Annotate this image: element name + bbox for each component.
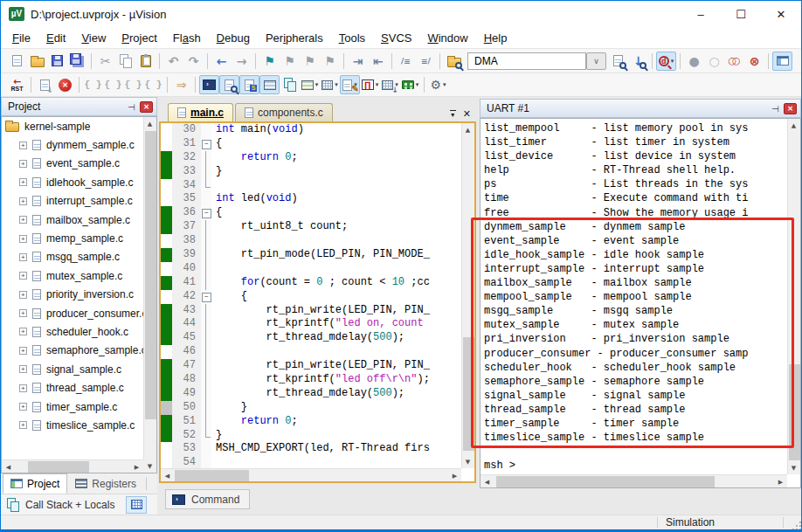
expand-icon[interactable] (19, 178, 27, 186)
find-definition-button[interactable]: d▾ (656, 52, 676, 71)
save-button[interactable] (47, 52, 67, 71)
disable-breakpoint-button[interactable]: ○ (704, 52, 724, 71)
kill-all-breakpoints-button[interactable]: ⊗ (744, 52, 764, 71)
scroll-thumb[interactable] (145, 131, 156, 419)
navigate-forward-button[interactable]: → (232, 52, 252, 71)
undo-button[interactable]: ↶ (163, 52, 183, 71)
dropdown-arrow-icon[interactable]: ▾ (335, 81, 338, 88)
dropdown-arrow-icon[interactable]: ▾ (671, 58, 674, 65)
scroll-right-arrow[interactable] (448, 469, 461, 482)
tab-project[interactable]: Project (3, 473, 67, 494)
run-to-line-button[interactable] (143, 75, 163, 94)
dropdown-arrow-icon[interactable]: ▾ (376, 81, 379, 88)
expand-icon[interactable] (19, 403, 27, 411)
tree-item-thread-sample[interactable]: thread_sample.c (2, 378, 156, 397)
paste-button[interactable] (135, 52, 156, 71)
insert-bookmark-button[interactable]: ⚑ (259, 52, 280, 71)
fold-collapse-icon[interactable] (201, 137, 211, 151)
callstack-bar[interactable]: Call Stack + Locals (1, 494, 157, 515)
stop-debug-button[interactable] (55, 75, 75, 94)
menu-flash[interactable]: Flash (165, 29, 209, 47)
expand-icon[interactable] (19, 272, 27, 280)
scroll-down-arrow[interactable] (143, 459, 156, 473)
menu-view[interactable]: View (73, 29, 114, 47)
callstack-window-button[interactable] (280, 75, 300, 94)
fold-collapse-icon[interactable] (201, 290, 211, 304)
run-button[interactable]: ⇒ (171, 75, 191, 94)
disassembly-window-button[interactable] (219, 75, 239, 94)
indent-button[interactable]: ⇥ (348, 52, 368, 71)
memory-window-tab[interactable] (126, 496, 147, 514)
tree-item-timeslice-sample[interactable]: timeslice_sample.c (2, 416, 156, 434)
memory-window-button[interactable]: ▾ (320, 75, 340, 94)
tree-item-timer-sample[interactable]: timer_sample.c (2, 397, 156, 416)
step-into-button[interactable] (83, 75, 103, 94)
minimize-button[interactable]: – (681, 1, 721, 27)
scroll-right-arrow[interactable] (130, 460, 143, 473)
tree-vertical-scrollbar[interactable] (143, 117, 156, 459)
scroll-up-arrow[interactable] (461, 123, 474, 136)
expand-icon[interactable] (19, 421, 27, 429)
tree-horizontal-scrollbar[interactable] (2, 459, 143, 473)
scroll-down-arrow[interactable] (461, 455, 474, 468)
tab-registers[interactable]: Registers (67, 473, 144, 494)
close-panel-button[interactable] (784, 103, 797, 114)
toggle-breakpoint-button[interactable]: ● (684, 52, 704, 71)
code-editor[interactable]: 30int main(void)31{32 return 0;33}3435in… (161, 123, 461, 468)
reset-button[interactable]: ←RST (7, 75, 27, 94)
scroll-up-arrow[interactable] (787, 119, 800, 132)
tree-item-memp-sample[interactable]: memp_sample.c (2, 229, 156, 247)
close-document-icon[interactable] (463, 109, 471, 118)
expand-icon[interactable] (19, 309, 27, 317)
document-list-icon[interactable] (450, 110, 456, 118)
uncomment-button[interactable]: ≡/ (416, 52, 436, 71)
dropdown-arrow-icon[interactable]: ▾ (315, 81, 319, 88)
step-out-button[interactable] (123, 75, 143, 94)
editor-tab-main-c[interactable]: main.c (168, 103, 233, 121)
scroll-up-arrow[interactable] (143, 117, 156, 130)
tree-item-scheduler-hook[interactable]: scheduler_hook.c (2, 322, 156, 341)
expand-icon[interactable] (19, 384, 27, 392)
disable-all-breakpoints-button[interactable]: ○○ (724, 52, 744, 71)
expand-icon[interactable] (19, 291, 27, 299)
expand-icon[interactable] (19, 365, 27, 373)
menu-window[interactable]: Window (419, 29, 475, 47)
tree-item-priority-inversion[interactable]: priority_inversion.c (2, 286, 156, 304)
serial-window-button[interactable]: ✎▾ (340, 75, 360, 94)
expand-icon[interactable] (19, 216, 27, 224)
close-button[interactable]: ✕ (761, 1, 801, 27)
menu-tools[interactable]: Tools (331, 29, 373, 47)
expand-icon[interactable] (19, 253, 27, 261)
menu-svcs[interactable]: SVCS (373, 29, 419, 47)
show-next-statement-button[interactable]: ↓ (35, 75, 55, 94)
scroll-left-arrow[interactable] (2, 460, 15, 473)
tree-item-interrupt-sample[interactable]: interrupt_sample.c (2, 192, 156, 211)
scroll-thumb[interactable] (175, 470, 249, 481)
cut-button[interactable]: ✂ (95, 52, 115, 71)
menu-project[interactable]: Project (114, 29, 164, 47)
menu-edit[interactable]: Edit (38, 29, 73, 47)
expand-icon[interactable] (19, 142, 27, 149)
next-bookmark-button[interactable]: ⚑ (280, 52, 300, 71)
expand-icon[interactable] (19, 160, 27, 168)
toolbox-button[interactable]: ▾ (400, 75, 420, 94)
step-over-button[interactable] (103, 75, 123, 94)
comment-button[interactable]: /≡ (396, 52, 416, 71)
expand-icon[interactable] (19, 197, 27, 205)
watch-window-button[interactable]: ▾ (300, 75, 320, 94)
registers-window-button[interactable] (259, 75, 280, 94)
pin-icon[interactable] (127, 103, 136, 111)
open-file-button[interactable] (27, 52, 47, 71)
tab-command[interactable]: Command (165, 489, 250, 509)
tree-item-mailbox-sample[interactable]: mailbox_sample.c (2, 211, 156, 229)
menu-file[interactable]: File (4, 29, 38, 47)
clear-bookmarks-button[interactable]: ⚑ (320, 52, 340, 71)
find-combo-dropdown[interactable] (586, 52, 606, 70)
pin-icon[interactable] (771, 105, 780, 113)
navigate-back-button[interactable]: ← (211, 52, 232, 71)
tree-item-msgq-sample[interactable]: msgq_sample.c (2, 248, 156, 266)
find-target-combo[interactable]: DMA (467, 52, 586, 70)
copy-button[interactable] (115, 52, 135, 71)
redo-button[interactable]: ↷ (183, 52, 204, 71)
find-in-files-button[interactable] (444, 52, 464, 71)
